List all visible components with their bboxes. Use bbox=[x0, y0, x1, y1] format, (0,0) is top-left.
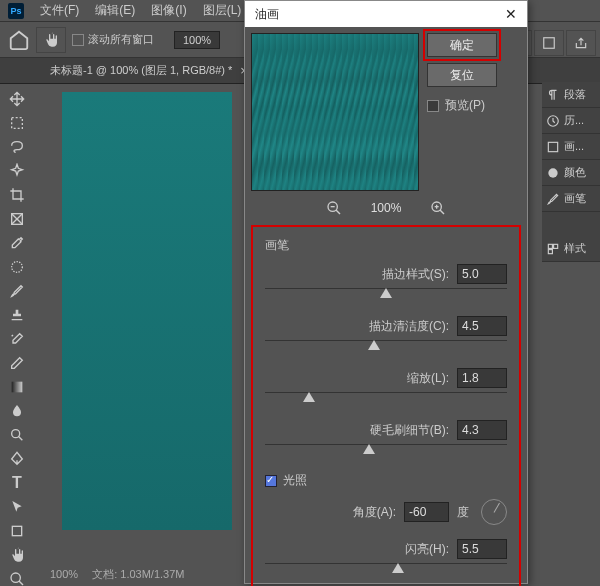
zoom-level-box[interactable]: 100% bbox=[174, 31, 220, 49]
path-select-tool[interactable] bbox=[4, 496, 30, 518]
filter-preview[interactable] bbox=[251, 33, 419, 191]
type-tool[interactable]: T bbox=[4, 472, 30, 494]
svg-rect-8 bbox=[12, 382, 23, 393]
dodge-tool[interactable] bbox=[4, 424, 30, 446]
bristle-slider[interactable] bbox=[265, 444, 507, 458]
scale-label: 缩放(L): bbox=[407, 370, 449, 387]
menu-file[interactable]: 文件(F) bbox=[32, 2, 87, 19]
spot-heal-tool[interactable] bbox=[4, 256, 30, 278]
scale-input[interactable] bbox=[457, 368, 507, 388]
zoom-out-icon[interactable] bbox=[325, 199, 343, 217]
pen-tool[interactable] bbox=[4, 448, 30, 470]
panel-brushes[interactable]: 画... bbox=[542, 134, 600, 160]
dialog-titlebar[interactable]: 油画 ✕ bbox=[245, 1, 527, 27]
shine-label: 闪亮(H): bbox=[405, 541, 449, 558]
svg-line-21 bbox=[336, 210, 340, 214]
svg-rect-11 bbox=[12, 526, 21, 535]
history-brush-tool[interactable] bbox=[4, 328, 30, 350]
brush-section: 画笔 描边样式(S): 描边清洁度(C): 缩放(L): 硬毛刷细节(B): bbox=[251, 225, 521, 586]
angle-dial[interactable] bbox=[481, 499, 507, 525]
panel-paragraph[interactable]: 段落 bbox=[542, 82, 600, 108]
panels-dock: 段落 历... 画... 颜色 画笔 样式 bbox=[542, 82, 600, 262]
gradient-tool[interactable] bbox=[4, 376, 30, 398]
ok-button[interactable]: 确定 bbox=[427, 33, 497, 57]
brush-tool[interactable] bbox=[4, 280, 30, 302]
move-tool[interactable] bbox=[4, 88, 30, 110]
bristle-label: 硬毛刷细节(B): bbox=[370, 422, 449, 439]
svg-rect-2 bbox=[544, 38, 555, 49]
svg-line-25 bbox=[440, 210, 444, 214]
svg-rect-18 bbox=[548, 249, 552, 253]
svg-rect-16 bbox=[548, 244, 552, 248]
bristle-input[interactable] bbox=[457, 420, 507, 440]
cleanliness-label: 描边清洁度(C): bbox=[369, 318, 449, 335]
cleanliness-slider[interactable] bbox=[265, 340, 507, 354]
lighting-label: 光照 bbox=[283, 472, 307, 489]
close-icon[interactable]: ✕ bbox=[505, 6, 517, 22]
menu-layer[interactable]: 图层(L) bbox=[195, 2, 250, 19]
stroke-style-slider[interactable] bbox=[265, 288, 507, 302]
stamp-tool[interactable] bbox=[4, 304, 30, 326]
panel-brush[interactable]: 画笔 bbox=[542, 186, 600, 212]
canvas[interactable] bbox=[62, 92, 232, 530]
crop-tool[interactable] bbox=[4, 184, 30, 206]
hand-tool-preset[interactable] bbox=[36, 27, 66, 53]
frame-icon[interactable] bbox=[534, 30, 564, 56]
status-zoom[interactable]: 100% bbox=[50, 568, 78, 580]
preview-checkbox-label: 预览(P) bbox=[445, 97, 485, 114]
menu-edit[interactable]: 编辑(E) bbox=[87, 2, 143, 19]
zoom-in-icon[interactable] bbox=[429, 199, 447, 217]
shape-tool[interactable] bbox=[4, 520, 30, 542]
svg-point-15 bbox=[548, 168, 557, 177]
svg-rect-17 bbox=[554, 244, 558, 248]
share-icon[interactable] bbox=[566, 30, 596, 56]
dialog-title: 油画 bbox=[255, 6, 279, 23]
photoshop-icon: Ps bbox=[8, 3, 24, 19]
panel-history[interactable]: 历... bbox=[542, 108, 600, 134]
svg-rect-14 bbox=[548, 142, 557, 151]
reset-button[interactable]: 复位 bbox=[427, 63, 497, 87]
scroll-all-checkbox[interactable] bbox=[72, 34, 84, 46]
menu-image[interactable]: 图像(I) bbox=[143, 2, 194, 19]
status-docsize: 文档: 1.03M/1.37M bbox=[92, 567, 184, 582]
home-icon[interactable] bbox=[8, 29, 30, 51]
lighting-checkbox[interactable] bbox=[265, 475, 277, 487]
shine-slider[interactable] bbox=[265, 563, 507, 577]
hand-tool[interactable] bbox=[4, 544, 30, 566]
lasso-tool[interactable] bbox=[4, 136, 30, 158]
tools-panel: T bbox=[4, 86, 32, 586]
brush-section-title: 画笔 bbox=[265, 237, 507, 254]
frame-tool[interactable] bbox=[4, 208, 30, 230]
eyedropper-tool[interactable] bbox=[4, 232, 30, 254]
stroke-style-input[interactable] bbox=[457, 264, 507, 284]
preview-checkbox[interactable] bbox=[427, 100, 439, 112]
angle-input[interactable] bbox=[404, 502, 449, 522]
quick-select-tool[interactable] bbox=[4, 160, 30, 182]
angle-label: 角度(A): bbox=[353, 504, 396, 521]
panel-color[interactable]: 颜色 bbox=[542, 160, 600, 186]
shine-input[interactable] bbox=[457, 539, 507, 559]
status-bar: 100% 文档: 1.03M/1.37M bbox=[0, 564, 184, 584]
svg-line-10 bbox=[18, 436, 22, 440]
scroll-all-label: 滚动所有窗口 bbox=[88, 32, 154, 47]
stroke-style-label: 描边样式(S): bbox=[382, 266, 449, 283]
svg-rect-3 bbox=[12, 118, 23, 129]
eraser-tool[interactable] bbox=[4, 352, 30, 374]
oil-paint-dialog: 油画 ✕ 确定 复位 预览(P) 100% 画笔 描边样式(S): bbox=[244, 0, 528, 584]
preview-zoom-value: 100% bbox=[371, 201, 402, 215]
panel-styles[interactable]: 样式 bbox=[542, 236, 600, 262]
cleanliness-input[interactable] bbox=[457, 316, 507, 336]
angle-unit: 度 bbox=[457, 504, 473, 521]
svg-point-7 bbox=[12, 262, 23, 273]
document-tab[interactable]: 未标题-1 @ 100% (图层 1, RGB/8#) * × bbox=[40, 58, 258, 83]
blur-tool[interactable] bbox=[4, 400, 30, 422]
tab-title: 未标题-1 @ 100% (图层 1, RGB/8#) * bbox=[50, 63, 232, 78]
scale-slider[interactable] bbox=[265, 392, 507, 406]
marquee-tool[interactable] bbox=[4, 112, 30, 134]
